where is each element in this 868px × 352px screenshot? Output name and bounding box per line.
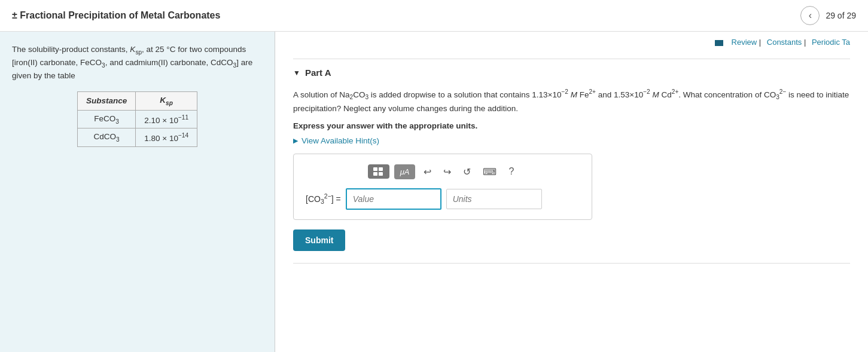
table-cell-ksp-1: 2.10 × 10−11 <box>136 110 197 128</box>
units-input[interactable] <box>446 189 542 209</box>
table-row: CdCO3 1.80 × 10−14 <box>77 128 197 147</box>
review-icon <box>715 40 723 46</box>
mu-button[interactable]: μA <box>394 164 416 179</box>
answer-box: μA ↩ ↪ ↺ ⌨ ? [CO32−] = <box>293 154 592 220</box>
hint-link[interactable]: ▶ View Available Hint(s) <box>293 136 850 145</box>
svg-rect-3 <box>379 172 383 176</box>
top-bar: ± Fractional Precipitation of Metal Carb… <box>0 0 868 32</box>
ksp-table: Substance Ksp FeCO3 2.10 × 10−11 CdCO3 1… <box>77 91 197 147</box>
constants-link[interactable]: Constants <box>767 38 802 47</box>
table-row: FeCO3 2.10 × 10−11 <box>77 110 197 128</box>
value-input[interactable] <box>346 188 441 210</box>
svg-rect-0 <box>373 167 377 171</box>
submit-button[interactable]: Submit <box>293 229 345 251</box>
help-button[interactable]: ? <box>505 164 517 179</box>
hint-label: View Available Hint(s) <box>301 136 379 145</box>
co3-label: [CO32−] = <box>306 192 341 205</box>
redo-button[interactable]: ↪ <box>440 164 455 180</box>
page-count: 29 of 29 <box>826 11 856 20</box>
refresh-button[interactable]: ↺ <box>459 164 474 180</box>
prev-button[interactable]: ‹ <box>800 6 820 25</box>
svg-rect-1 <box>379 167 383 171</box>
main-layout: The solubility-product constants, Ksp, a… <box>0 32 868 352</box>
table-cell-substance-2: CdCO3 <box>77 128 135 147</box>
undo-button[interactable]: ↩ <box>420 164 435 180</box>
left-panel: The solubility-product constants, Ksp, a… <box>0 32 275 352</box>
grid-icon <box>373 167 384 176</box>
keyboard-button[interactable]: ⌨ <box>479 164 500 180</box>
input-row: [CO32−] = <box>306 188 580 210</box>
table-col2-header: Ksp <box>136 92 197 111</box>
express-answer-text: Express your answer with the appropriate… <box>293 121 850 130</box>
top-bar-right: ‹ 29 of 29 <box>800 6 856 25</box>
hint-arrow-icon: ▶ <box>293 137 298 145</box>
review-link[interactable]: Review <box>732 38 757 47</box>
toolbar-row: μA ↩ ↪ ↺ ⌨ ? <box>306 164 580 180</box>
top-links: Review | Constants | Periodic Ta <box>293 38 850 51</box>
intro-text: The solubility-product constants, Ksp, a… <box>12 44 263 82</box>
part-a-header: ▼ Part A <box>293 59 850 78</box>
table-cell-ksp-2: 1.80 × 10−14 <box>136 128 197 147</box>
svg-rect-2 <box>373 172 377 176</box>
chevron-down-icon[interactable]: ▼ <box>293 69 300 77</box>
bottom-divider <box>293 263 850 264</box>
question-text: A solution of Na2CO3 is added dropwise t… <box>293 87 850 115</box>
page-title: ± Fractional Precipitation of Metal Carb… <box>12 10 220 21</box>
periodic-table-link[interactable]: Periodic Ta <box>812 38 850 47</box>
table-col1-header: Substance <box>77 92 135 111</box>
grid-button[interactable] <box>368 164 389 179</box>
right-panel: Review | Constants | Periodic Ta ▼ Part … <box>275 32 868 352</box>
table-cell-substance-1: FeCO3 <box>77 110 135 128</box>
part-a-label: Part A <box>305 68 331 78</box>
